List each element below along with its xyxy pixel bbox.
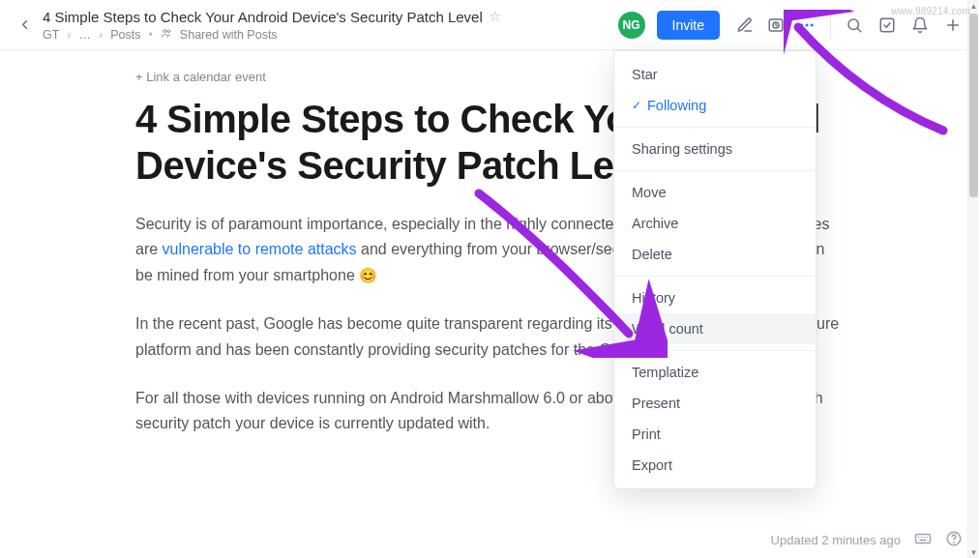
menu-sharing-settings[interactable]: Sharing settings <box>614 133 816 164</box>
vertical-scrollbar[interactable]: ▲ ▼ <box>967 0 978 558</box>
svg-point-1 <box>167 30 170 33</box>
back-button[interactable] <box>12 13 37 38</box>
svg-point-0 <box>163 30 166 33</box>
search-button[interactable] <box>839 10 870 41</box>
breadcrumb-posts[interactable]: Posts <box>110 28 140 42</box>
people-icon <box>161 27 172 42</box>
svg-point-11 <box>954 542 955 543</box>
breadcrumb-sep: › <box>67 28 71 42</box>
menu-export[interactable]: Export <box>614 450 816 481</box>
document-content: + Link a calendar event 4 Simple Steps t… <box>0 50 980 526</box>
menu-separator <box>614 170 816 171</box>
more-options-menu: Star ✓ Following Sharing settings Move A… <box>613 50 817 489</box>
scroll-down-icon[interactable]: ▼ <box>968 546 979 558</box>
plus-icon <box>944 16 962 34</box>
bell-icon <box>911 16 929 34</box>
edit-button[interactable] <box>729 10 760 41</box>
pencil-icon <box>736 16 754 34</box>
menu-following-label: Following <box>647 98 706 113</box>
breadcrumb-shared[interactable]: Shared with Posts <box>180 28 278 42</box>
footer: Updated 2 minutes ago <box>771 530 963 550</box>
menu-following[interactable]: ✓ Following <box>614 90 816 121</box>
svg-point-4 <box>800 23 803 26</box>
title-area: 4 Simple Steps to Check Your Android Dev… <box>43 8 501 42</box>
menu-history[interactable]: History <box>614 282 816 313</box>
breadcrumb: GT › … › Posts • Shared with Posts <box>43 27 501 42</box>
doc-title[interactable]: 4 Simple Steps to Check Your Android Dev… <box>43 9 483 25</box>
check-square-icon <box>878 16 896 34</box>
svg-rect-8 <box>880 18 894 32</box>
menu-star[interactable]: Star <box>614 59 816 90</box>
svg-rect-9 <box>916 535 931 543</box>
check-icon: ✓ <box>632 99 641 112</box>
clock-button[interactable] <box>760 10 791 41</box>
help-button[interactable] <box>945 530 963 550</box>
svg-point-6 <box>811 23 814 26</box>
svg-point-7 <box>848 19 859 30</box>
toolbar-divider <box>830 12 831 39</box>
search-icon <box>846 16 863 34</box>
breadcrumb-sep: › <box>99 28 103 42</box>
avatar[interactable]: NG <box>618 12 645 39</box>
keyboard-button[interactable] <box>914 530 932 550</box>
menu-separator <box>614 127 816 128</box>
menu-delete[interactable]: Delete <box>614 239 816 270</box>
menu-present[interactable]: Present <box>614 388 816 419</box>
top-bar: 4 Simple Steps to Check Your Android Dev… <box>0 0 980 50</box>
keyboard-icon <box>914 530 932 547</box>
menu-separator <box>614 276 816 277</box>
watermark-text: www.989214.com <box>891 6 970 16</box>
clock-square-icon <box>767 16 785 34</box>
chevron-left-icon <box>17 17 32 32</box>
scroll-thumb[interactable] <box>969 14 978 197</box>
more-options-button[interactable] <box>791 10 822 41</box>
menu-templatize[interactable]: Templatize <box>614 357 816 388</box>
menu-word-count[interactable]: Word count <box>614 313 816 344</box>
breadcrumb-root[interactable]: GT <box>43 28 59 42</box>
menu-archive[interactable]: Archive <box>614 208 816 239</box>
menu-print[interactable]: Print <box>614 419 816 450</box>
updated-text: Updated 2 minutes ago <box>771 533 901 547</box>
menu-move[interactable]: Move <box>614 177 816 208</box>
svg-point-5 <box>806 23 809 26</box>
help-icon <box>945 530 963 547</box>
breadcrumb-sep: • <box>148 28 152 42</box>
vulnerable-link[interactable]: vulnerable to remote attacks <box>163 241 357 257</box>
breadcrumb-ellipsis[interactable]: … <box>79 28 92 42</box>
emoji-face: 😊 <box>359 267 377 283</box>
invite-button[interactable]: Invite <box>657 11 720 40</box>
star-outline-icon[interactable]: ☆ <box>489 8 501 25</box>
menu-separator <box>614 350 816 351</box>
dots-horizontal-icon <box>798 16 816 34</box>
